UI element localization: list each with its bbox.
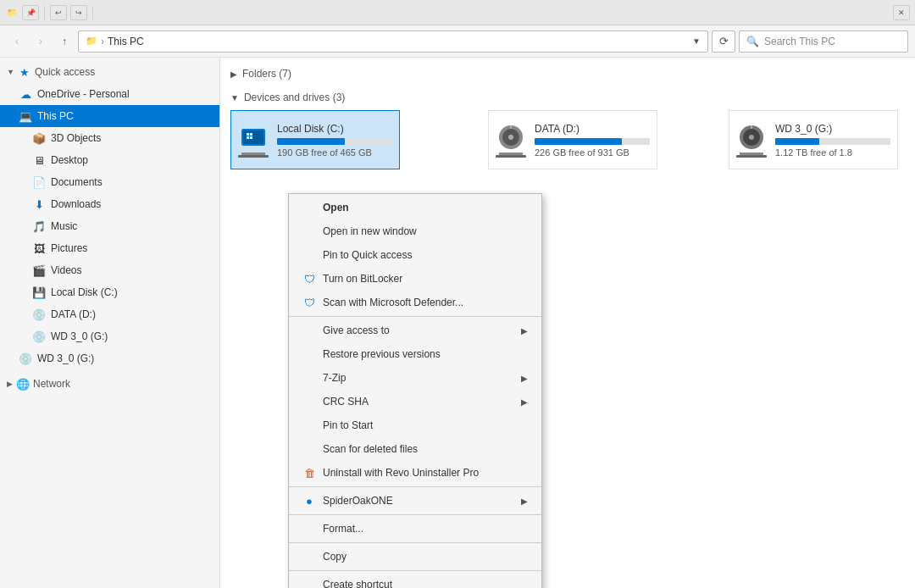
ctx-give-access-label: Give access to	[323, 325, 390, 336]
wd-g2-icon: 💿	[19, 352, 32, 365]
back-btn[interactable]: ‹	[7, 31, 27, 52]
sidebar: ▼ ★ Quick access ☁ OneDrive - Personal 💻…	[0, 58, 220, 588]
search-placeholder: Search This PC	[764, 36, 835, 47]
search-icon: 🔍	[746, 36, 759, 47]
sidebar-item-wd-g-1[interactable]: 💿 WD 3_0 (G:)	[0, 325, 219, 347]
ctx-open[interactable]: Open	[289, 196, 541, 219]
drives-section-title: Devices and drives (3)	[244, 92, 345, 103]
drive-c-bar-fill	[277, 138, 345, 145]
ctx-restore-icon	[302, 347, 316, 361]
sidebar-item-videos[interactable]: 🎬 Videos	[0, 259, 219, 281]
drive-item-wd-g[interactable]: WD 3_0 (G:) 1.12 TB free of 1.8	[729, 110, 898, 169]
downloads-icon: ⬇	[32, 197, 46, 211]
sidebar-label-data-d: DATA (D:)	[51, 308, 213, 320]
sep2	[92, 6, 93, 19]
ctx-open-new-icon	[302, 225, 316, 238]
sidebar-item-documents[interactable]: 📄 Documents	[0, 171, 219, 193]
data-d-icon: 💿	[32, 308, 46, 321]
ctx-pin-start[interactable]: Pin to Start	[289, 413, 541, 437]
sidebar-item-data-d[interactable]: 💿 DATA (D:)	[0, 303, 219, 325]
search-bar[interactable]: 🔍 Search This PC	[739, 31, 908, 53]
sidebar-item-onedrive[interactable]: ☁ OneDrive - Personal	[0, 83, 219, 105]
sidebar-label-downloads: Downloads	[51, 198, 213, 210]
ctx-sep1	[289, 316, 541, 317]
ctx-restore-versions[interactable]: Restore previous versions	[289, 342, 541, 366]
sidebar-label-3d-objects: 3D Objects	[51, 132, 213, 144]
ctx-format[interactable]: Format...	[289, 517, 541, 541]
ctx-revo-icon: 🗑	[302, 466, 316, 480]
main-layout: ▼ ★ Quick access ☁ OneDrive - Personal 💻…	[0, 58, 915, 588]
drive-d-info: DATA (D:) 226 GB free of 931 GB	[535, 123, 650, 158]
svg-rect-12	[496, 155, 526, 158]
ctx-sep4	[289, 542, 541, 543]
undo-btn[interactable]: ↩	[50, 5, 67, 20]
sidebar-item-pictures[interactable]: 🖼 Pictures	[0, 237, 219, 259]
ctx-shortcut-label: Create shortcut	[323, 579, 392, 588]
quick-access-icon: ★	[18, 65, 31, 79]
folders-section-title: Folders (7)	[242, 68, 291, 80]
ctx-uninstall-revo[interactable]: 🗑 Uninstall with Revo Uninstaller Pro	[289, 461, 541, 485]
drive-g-bar-fill	[775, 138, 819, 145]
network-expand-icon: ▶	[7, 380, 13, 388]
sidebar-item-3d-objects[interactable]: 📦 3D Objects	[0, 127, 219, 149]
sidebar-item-this-pc[interactable]: 💻 This PC	[0, 105, 219, 127]
ctx-scan-deleted[interactable]: Scan for deleted files	[289, 437, 541, 461]
folders-section-header[interactable]: ▶ Folders (7)	[230, 64, 905, 83]
ctx-format-icon	[302, 522, 316, 535]
sidebar-item-wd-g-2[interactable]: 💿 WD 3_0 (G:)	[0, 347, 219, 369]
redo-btn[interactable]: ↪	[70, 5, 87, 20]
ctx-pin-start-label: Pin to Start	[323, 419, 373, 431]
ctx-bitlocker-label: Turn on BitLocker	[323, 273, 402, 285]
ctx-sep3	[289, 514, 541, 515]
drive-g-free: 1.12 TB free of 1.8	[775, 147, 890, 158]
sidebar-item-quick-access[interactable]: ▼ ★ Quick access	[0, 61, 219, 83]
network-icon: 🌐	[16, 377, 30, 391]
ctx-scan-deleted-label: Scan for deleted files	[323, 443, 418, 455]
sidebar-label-network: Network	[33, 378, 213, 390]
forward-btn[interactable]: ›	[30, 31, 51, 52]
ctx-open-new-window[interactable]: Open in new window	[289, 219, 541, 243]
address-bar[interactable]: 📁 › This PC ▼	[78, 31, 708, 53]
ctx-crc-sha[interactable]: CRC SHA ▶	[289, 390, 541, 413]
ctx-defender[interactable]: 🛡 Scan with Microsoft Defender...	[289, 291, 541, 314]
drive-base-c	[238, 153, 269, 158]
ctx-copy[interactable]: Copy	[289, 545, 541, 569]
drives-section-header[interactable]: ▼ Devices and drives (3)	[230, 88, 905, 107]
ctx-spider-arrow: ▶	[521, 496, 528, 506]
drive-item-data-d[interactable]: DATA (D:) 226 GB free of 931 GB	[488, 110, 657, 169]
content-area: ▶ Folders (7) ▼ Devices and drives (3)	[220, 58, 915, 588]
drive-c-bar-bg	[277, 138, 392, 145]
ctx-bitlocker[interactable]: 🛡 Turn on BitLocker	[289, 267, 541, 291]
close-btn[interactable]: ✕	[893, 5, 910, 20]
sidebar-item-desktop[interactable]: 🖥 Desktop	[0, 149, 219, 171]
ctx-give-access[interactable]: Give access to ▶	[289, 319, 541, 342]
ctx-create-shortcut[interactable]: Create shortcut	[289, 573, 541, 588]
sidebar-label-documents: Documents	[51, 176, 213, 188]
refresh-btn[interactable]: ⟳	[712, 31, 735, 53]
local-c-icon: 💾	[32, 286, 46, 299]
address-dropdown-btn[interactable]: ▼	[692, 36, 701, 46]
drive-item-local-c[interactable]: Local Disk (C:) 190 GB free of 465 GB	[230, 110, 400, 169]
drive-g-bar-bg	[775, 138, 890, 145]
drive-base-g	[736, 153, 767, 158]
svg-point-9	[508, 135, 513, 140]
ctx-copy-label: Copy	[323, 551, 347, 563]
pin-btn[interactable]: 📌	[22, 5, 39, 20]
ctx-pin-start-icon	[302, 419, 316, 432]
ctx-spideroakone[interactable]: ● SpiderOakONE ▶	[289, 489, 541, 513]
music-icon: 🎵	[32, 219, 46, 233]
ctx-7zip[interactable]: 7-Zip ▶	[289, 366, 541, 390]
sidebar-item-network[interactable]: ▶ 🌐 Network	[0, 373, 219, 395]
3d-objects-icon: 📦	[32, 131, 46, 145]
sidebar-item-music[interactable]: 🎵 Music	[0, 215, 219, 237]
videos-icon: 🎬	[32, 263, 46, 277]
drive-g-info: WD 3_0 (G:) 1.12 TB free of 1.8	[775, 123, 890, 158]
sidebar-item-downloads[interactable]: ⬇ Downloads	[0, 193, 219, 215]
ctx-sep2	[289, 486, 541, 487]
drive-c-name: Local Disk (C:)	[277, 123, 392, 135]
up-btn[interactable]: ↑	[54, 31, 75, 52]
drive-g-name: WD 3_0 (G:)	[775, 123, 890, 135]
ctx-pin-quick-access[interactable]: Pin to Quick access	[289, 243, 541, 267]
drive-d-bar-bg	[535, 138, 650, 145]
sidebar-item-local-c[interactable]: 💾 Local Disk (C:)	[0, 281, 219, 303]
